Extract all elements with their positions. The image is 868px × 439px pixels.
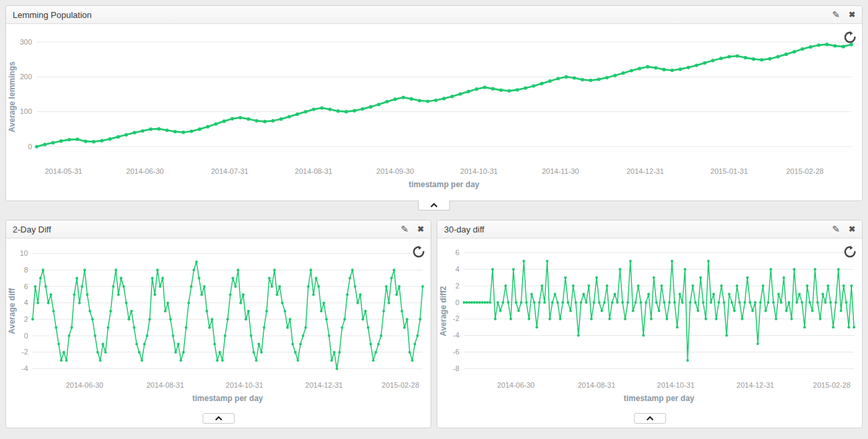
circular-arrow-icon [413,246,425,258]
thirty-day-diff-chart[interactable]: -8-6-4-202462014-06-302014-08-312014-10-… [437,238,862,412]
panel-collapse-area [437,412,862,428]
svg-text:2014-06-30: 2014-06-30 [126,167,163,175]
svg-text:-8: -8 [453,364,459,372]
svg-text:0: 0 [24,332,28,340]
svg-text:2014-08-31: 2014-08-31 [295,167,332,175]
svg-text:Average diff2: Average diff2 [439,286,448,336]
svg-text:6: 6 [455,248,459,256]
zoom-out-icon[interactable] [844,246,856,258]
svg-text:2014-05-31: 2014-05-31 [45,167,82,175]
bottom-panel-row: 2-Day Diff ✎ ✖ -4-202468102014-06-302014… [5,220,863,428]
svg-text:-4: -4 [21,364,28,372]
zoom-out-icon[interactable] [844,31,856,43]
svg-text:4: 4 [455,265,459,273]
close-panel-icon[interactable]: ✖ [849,11,855,19]
svg-text:-4: -4 [453,331,459,339]
close-panel-icon[interactable]: ✖ [417,225,424,233]
two-day-diff-chart[interactable]: -4-202468102014-06-302014-08-312014-10-3… [6,238,431,412]
svg-text:2014-08-31: 2014-08-31 [578,381,615,389]
panel-collapse-area [6,412,431,428]
svg-text:0: 0 [455,298,459,306]
svg-text:2014-10-31: 2014-10-31 [226,381,263,389]
svg-text:Average lemmings: Average lemmings [7,61,17,133]
svg-text:2014-06-30: 2014-06-30 [497,381,535,389]
svg-text:2015-02-28: 2015-02-28 [382,381,419,389]
chart-area-lemming-population: 01002003002014-05-312014-06-302014-07-31… [6,24,862,201]
svg-text:2014-06-30: 2014-06-30 [66,381,103,389]
collapse-row-button[interactable] [203,413,235,424]
svg-text:2014-10-31: 2014-10-31 [460,167,497,175]
svg-text:8: 8 [24,266,28,274]
panel-actions: ✎ ✖ [832,224,855,234]
svg-text:2015-02-28: 2015-02-28 [786,167,823,175]
collapse-row-button[interactable] [634,413,666,424]
svg-text:2014-10-31: 2014-10-31 [657,381,695,389]
zoom-out-icon[interactable] [413,246,425,258]
circular-arrow-icon [844,246,856,258]
svg-text:2015-02-28: 2015-02-28 [813,381,851,389]
svg-text:2: 2 [455,282,459,290]
svg-text:100: 100 [20,107,32,115]
panel-header-lemming-population: Lemming Population ✎ ✖ [6,6,862,24]
svg-text:6: 6 [24,282,28,290]
edit-panel-icon[interactable]: ✎ [832,224,840,234]
panel-header-30-day-diff: 30-day diff ✎ ✖ [437,220,862,238]
svg-text:2014-12-31: 2014-12-31 [627,167,664,175]
close-panel-icon[interactable]: ✖ [849,225,855,233]
edit-panel-icon[interactable]: ✎ [832,10,840,19]
panel-title: 30-day diff [444,224,484,234]
svg-text:2015-01-31: 2015-01-31 [711,167,748,175]
row-collapse-area [5,200,863,211]
panel-header-2-day-diff: 2-Day Diff ✎ ✖ [6,220,431,238]
svg-text:-2: -2 [21,348,28,356]
chart-area-30-day-diff: -8-6-4-202462014-06-302014-08-312014-10-… [437,238,862,412]
svg-text:300: 300 [20,38,32,46]
chart-area-2-day-diff: -4-202468102014-06-302014-08-312014-10-3… [6,238,431,412]
panel-2-day-diff: 2-Day Diff ✎ ✖ -4-202468102014-06-302014… [5,220,431,428]
panel-30-day-diff: 30-day diff ✎ ✖ -8-6-4-202462014-06-3020… [437,220,863,428]
panel-title: 2-Day Diff [13,224,51,234]
panel-actions: ✎ ✖ [832,10,855,19]
svg-text:-2: -2 [453,314,459,322]
svg-text:timestamp per day: timestamp per day [623,394,694,403]
dashboard: Lemming Population ✎ ✖ 01002003002014-05… [5,5,863,428]
svg-text:2014-12-31: 2014-12-31 [305,381,343,389]
panel-title: Lemming Population [13,10,92,20]
chevron-up-icon [215,416,223,421]
svg-text:timestamp per day: timestamp per day [192,394,263,403]
svg-text:-6: -6 [453,348,459,356]
svg-text:2014-07-31: 2014-07-31 [211,167,248,175]
panel-actions: ✎ ✖ [401,224,424,234]
svg-text:2: 2 [24,315,28,323]
svg-text:2014-09-30: 2014-09-30 [377,167,414,175]
svg-text:2014-12-31: 2014-12-31 [737,381,774,389]
panel-lemming-population: Lemming Population ✎ ✖ 01002003002014-05… [5,5,863,201]
chevron-up-icon [430,203,438,208]
lemming-population-chart[interactable]: 01002003002014-05-312014-06-302014-07-31… [6,24,862,201]
svg-text:2014-11-30: 2014-11-30 [542,167,579,175]
svg-text:4: 4 [24,298,28,306]
svg-text:0: 0 [28,143,32,151]
svg-text:10: 10 [20,249,28,257]
chevron-up-icon [646,416,654,421]
circular-arrow-icon [844,31,856,43]
edit-panel-icon[interactable]: ✎ [401,224,409,234]
svg-text:2014-08-31: 2014-08-31 [147,381,184,389]
svg-text:timestamp per day: timestamp per day [409,180,479,189]
svg-text:200: 200 [20,73,32,81]
collapse-row-button[interactable] [418,200,450,211]
svg-text:Average diff: Average diff [7,288,17,334]
